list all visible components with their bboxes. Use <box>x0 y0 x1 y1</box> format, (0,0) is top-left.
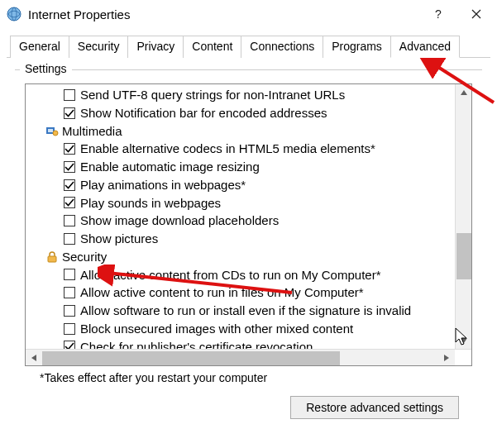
svg-rect-5 <box>48 129 53 132</box>
checkbox[interactable] <box>64 161 75 173</box>
checkbox[interactable] <box>64 107 75 119</box>
setting-label: Enable automatic image resizing <box>80 158 260 176</box>
svg-rect-7 <box>48 256 56 262</box>
close-button[interactable] <box>457 0 495 28</box>
tab-privacy[interactable]: Privacy <box>127 36 184 58</box>
checkbox[interactable] <box>64 269 75 280</box>
setting-label: Allow active content from CDs to run on … <box>80 266 380 284</box>
tabstrip: GeneralSecurityPrivacyContentConnections… <box>0 35 497 57</box>
tab-advanced[interactable]: Advanced <box>390 36 460 58</box>
settings-listview[interactable]: Send UTF-8 query strings for non-Intrane… <box>25 83 472 366</box>
setting-item[interactable]: Allow active content to run in files on … <box>31 284 471 302</box>
setting-label: Play animations in webpages* <box>80 176 246 194</box>
restart-note: *Takes effect after you restart your com… <box>40 371 457 384</box>
setting-item[interactable]: Block unsecured images with other mixed … <box>31 320 471 338</box>
setting-label: Block unsecured images with other mixed … <box>80 320 353 338</box>
multimedia-icon <box>45 124 59 137</box>
app-icon <box>7 7 22 21</box>
checkbox[interactable] <box>64 323 75 335</box>
checkbox[interactable] <box>64 89 75 101</box>
settings-group-label: Settings <box>20 62 72 75</box>
scroll-up-arrow-icon[interactable] <box>456 84 471 101</box>
setting-label: Show pictures <box>80 230 158 248</box>
setting-label: Allow active content to run in files on … <box>80 284 364 302</box>
svg-point-0 <box>7 7 21 21</box>
setting-item[interactable]: Enable alternative codecs in HTML5 media… <box>31 140 471 158</box>
restore-advanced-settings-button[interactable]: Restore advanced settings <box>290 396 459 419</box>
checkbox[interactable] <box>64 143 75 155</box>
horizontal-scrollbar[interactable] <box>26 349 471 365</box>
scroll-left-arrow-icon[interactable] <box>26 350 42 366</box>
checkbox[interactable] <box>64 197 75 208</box>
tab-security[interactable]: Security <box>69 36 129 58</box>
category-multimedia: Multimedia <box>31 122 471 141</box>
checkbox[interactable] <box>64 179 75 191</box>
checkbox[interactable] <box>64 305 75 317</box>
tab-content[interactable]: Content <box>183 36 241 58</box>
category-security: Security <box>31 248 471 266</box>
setting-label: Enable alternative codecs in HTML5 media… <box>80 140 375 158</box>
vertical-scroll-thumb[interactable] <box>456 233 471 279</box>
setting-item[interactable]: Send UTF-8 query strings for non-Intrane… <box>31 86 471 104</box>
window-title: Internet Properties <box>28 7 419 21</box>
tab-general[interactable]: General <box>10 36 69 58</box>
tab-programs[interactable]: Programs <box>323 36 391 58</box>
titlebar: Internet Properties ? <box>0 0 497 28</box>
setting-item[interactable]: Play animations in webpages* <box>31 176 471 194</box>
horizontal-scroll-thumb[interactable] <box>42 351 340 365</box>
svg-point-6 <box>53 131 58 136</box>
category-label: Multimedia <box>62 122 122 141</box>
category-label: Security <box>62 248 107 266</box>
svg-text:?: ? <box>435 9 442 19</box>
security-icon <box>45 250 59 264</box>
checkbox[interactable] <box>64 233 75 245</box>
help-button[interactable]: ? <box>419 0 457 28</box>
vertical-scrollbar[interactable] <box>455 84 471 349</box>
setting-label: Allow software to run or install even if… <box>80 302 411 320</box>
setting-label: Show Notification bar for encoded addres… <box>80 104 327 122</box>
setting-item[interactable]: Play sounds in webpages <box>31 194 471 212</box>
tab-connections[interactable]: Connections <box>241 36 323 58</box>
setting-item[interactable]: Show Notification bar for encoded addres… <box>31 104 471 122</box>
setting-label: Send UTF-8 query strings for non-Intrane… <box>80 86 345 104</box>
setting-item[interactable]: Show pictures <box>31 230 471 248</box>
settings-group: Settings Send UTF-8 query strings for no… <box>15 69 482 419</box>
setting-label: Show image download placeholders <box>80 212 279 230</box>
setting-item[interactable]: Show image download placeholders <box>31 212 471 230</box>
checkbox[interactable] <box>64 287 75 298</box>
scroll-right-arrow-icon[interactable] <box>438 350 455 366</box>
setting-item[interactable]: Allow active content from CDs to run on … <box>31 266 471 284</box>
checkbox[interactable] <box>64 215 75 226</box>
scroll-down-arrow-icon[interactable] <box>456 332 471 349</box>
setting-item[interactable]: Allow software to run or install even if… <box>31 302 471 320</box>
setting-item[interactable]: Enable automatic image resizing <box>31 158 471 176</box>
setting-label: Play sounds in webpages <box>80 194 221 212</box>
